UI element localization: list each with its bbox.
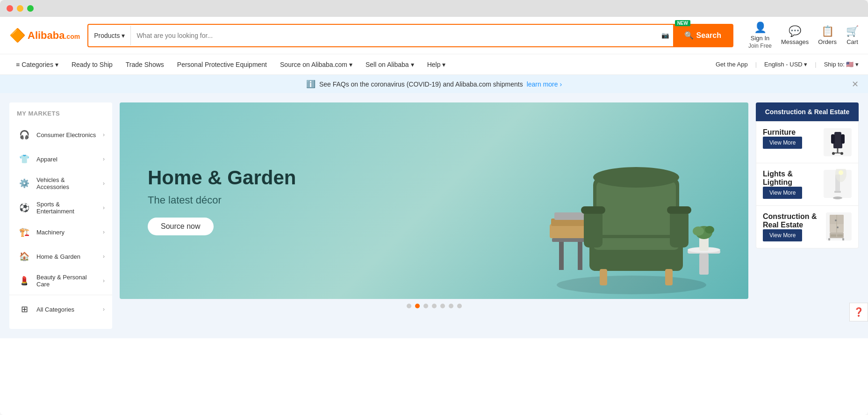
sidebar-item-apparel[interactable]: 👕 Apparel ›: [9, 147, 112, 171]
home-garden-label: Home & Garden: [36, 253, 98, 260]
lights-view-more-btn[interactable]: View More: [763, 187, 802, 199]
construction-title: Construction & Real Estate: [763, 212, 826, 229]
all-categories-icon: ⊞: [17, 302, 32, 317]
center-section: Home & Garden The latest décor Source no…: [120, 102, 748, 329]
help-label: Help: [427, 61, 441, 68]
mac-min-btn[interactable]: [17, 5, 23, 12]
cart-icon: 🛒: [846, 25, 859, 37]
svg-rect-35: [834, 191, 841, 193]
nav-source[interactable]: Source on Alibaba.com ▾: [273, 54, 359, 75]
get-app-link[interactable]: Get the App: [716, 61, 748, 68]
svg-point-32: [840, 152, 843, 155]
machinery-label: Machinery: [36, 229, 98, 236]
user-icon: 👤: [754, 22, 767, 34]
machinery-icon: 🏗️: [17, 225, 32, 240]
nav-ready-to-ship[interactable]: Ready to Ship: [65, 54, 119, 75]
vehicles-icon: ⚙️: [17, 176, 32, 191]
banner-title: Home & Garden: [148, 166, 296, 189]
nav-sell[interactable]: Sell on Alibaba ▾: [359, 54, 421, 75]
sign-in-action[interactable]: 👤 Sign In Join Free: [748, 22, 772, 49]
sidebar-divider: [9, 295, 112, 295]
dot-4[interactable]: [432, 304, 437, 308]
sidebar-item-vehicles[interactable]: ⚙️ Vehicles & Accessories ›: [9, 171, 112, 196]
ship-to-selector[interactable]: Ship to: 🇺🇸 ▾: [824, 61, 859, 68]
svg-point-31: [832, 152, 835, 155]
orders-icon: 📋: [821, 25, 834, 37]
home-garden-icon: 🏠: [17, 249, 32, 264]
svg-rect-20: [699, 254, 709, 275]
svg-rect-3: [578, 242, 582, 270]
nav-categories[interactable]: ≡ Categories ▾: [9, 54, 65, 75]
svg-point-11: [593, 167, 679, 188]
messages-icon: 💬: [789, 25, 801, 37]
svg-rect-26: [833, 143, 842, 148]
categories-icon: ≡: [16, 61, 20, 68]
all-categories-chevron: ›: [103, 306, 105, 313]
sidebar-title: MY MARKETS: [9, 110, 112, 123]
right-panel-header: Construction & Real Estate: [756, 102, 859, 121]
language-selector[interactable]: English - USD ▾: [764, 61, 807, 68]
search-input[interactable]: [131, 26, 657, 45]
svg-rect-13: [581, 206, 605, 214]
join-free-label: Join Free: [748, 43, 772, 49]
svg-rect-47: [842, 238, 844, 240]
beauty-label: Beauty & Personal Care: [36, 274, 98, 288]
orders-action[interactable]: 📋 Orders: [818, 25, 837, 45]
alert-close-button[interactable]: ✕: [852, 79, 859, 89]
hero-banner: Home & Garden The latest décor Source no…: [120, 102, 748, 299]
search-products-dropdown[interactable]: Products ▾: [88, 26, 131, 45]
carousel-dots: [120, 299, 748, 313]
furniture-view-more-btn[interactable]: View More: [763, 137, 802, 149]
svg-point-41: [835, 219, 837, 221]
sidebar-item-all-categories[interactable]: ⊞ All Categories ›: [9, 297, 112, 321]
nav-ppe[interactable]: Personal Protective Equipment: [171, 54, 273, 75]
svg-rect-10: [596, 181, 676, 235]
categories-label: Categories: [22, 61, 53, 68]
svg-point-42: [837, 226, 839, 228]
nav-divider-2: |: [815, 61, 816, 68]
help-float-btn[interactable]: ❓: [849, 303, 868, 321]
construction-view-more-btn[interactable]: View More: [763, 229, 802, 241]
svg-rect-15: [667, 206, 691, 214]
messages-action[interactable]: 💬 Messages: [781, 25, 809, 45]
search-button[interactable]: 🔍 Search: [673, 25, 732, 46]
sports-chevron: ›: [103, 204, 105, 211]
svg-rect-2: [559, 242, 564, 270]
all-categories-label: All Categories: [36, 306, 98, 313]
sidebar-item-sports[interactable]: ⚽ Sports & Entertainment ›: [9, 196, 112, 220]
sports-label: Sports & Entertainment: [36, 201, 98, 215]
svg-point-23: [693, 226, 704, 236]
sidebar-item-home-garden[interactable]: 🏠 Home & Garden ›: [9, 244, 112, 269]
dot-6[interactable]: [449, 304, 453, 308]
apparel-label: Apparel: [36, 156, 98, 163]
svg-rect-16: [600, 269, 607, 285]
nav-trade-shows[interactable]: Trade Shows: [119, 54, 171, 75]
sell-chevron: ▾: [411, 61, 414, 68]
camera-icon-btn[interactable]: 📷: [658, 32, 673, 39]
sidebar-item-consumer-electronics[interactable]: 🎧 Consumer Electronics ›: [9, 123, 112, 147]
nav-divider-1: |: [755, 61, 757, 68]
banner-cta-button[interactable]: Source now: [148, 218, 214, 235]
search-button-label: Search: [696, 31, 721, 40]
sidebar-item-machinery[interactable]: 🏗️ Machinery ›: [9, 220, 112, 244]
mac-max-btn[interactable]: [27, 5, 34, 12]
dot-2[interactable]: [415, 304, 420, 308]
furniture-card: Furniture View More: [756, 121, 859, 163]
sidebar-item-beauty[interactable]: 💄 Beauty & Personal Care ›: [9, 269, 112, 293]
banner-subtitle: The latest décor: [148, 194, 296, 206]
cart-label: Cart: [846, 38, 858, 45]
dot-5[interactable]: [440, 304, 445, 308]
cart-action[interactable]: 🛒 Cart: [846, 25, 859, 45]
dot-3[interactable]: [423, 304, 428, 308]
logo[interactable]: 🔶 Alibaba.com: [9, 28, 80, 43]
svg-rect-45: [837, 234, 843, 237]
apparel-chevron: ›: [103, 156, 105, 162]
nav-help[interactable]: Help ▾: [421, 54, 452, 75]
mac-close-btn[interactable]: [7, 5, 13, 12]
dot-7[interactable]: [457, 304, 462, 308]
mac-titlebar: [0, 0, 868, 17]
alert-learn-more[interactable]: learn more ›: [527, 80, 562, 88]
svg-rect-17: [665, 269, 673, 285]
cabinet-icon: [826, 212, 852, 240]
dot-1[interactable]: [407, 304, 411, 308]
